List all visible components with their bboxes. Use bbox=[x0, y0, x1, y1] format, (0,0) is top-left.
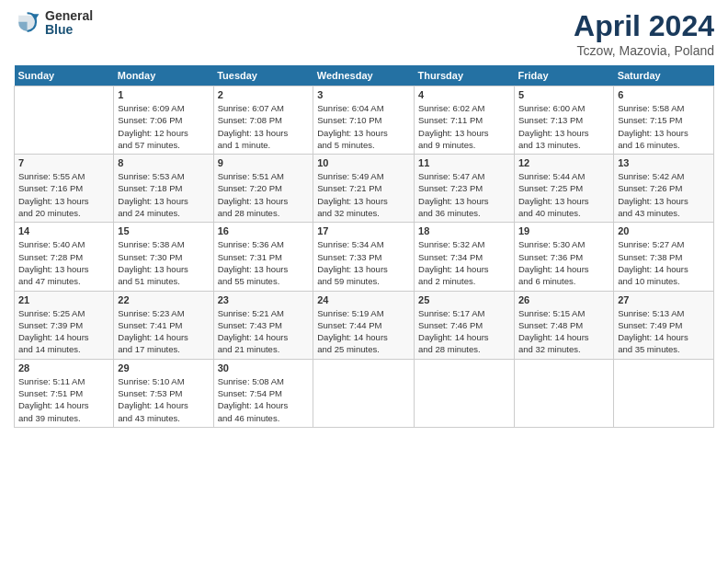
day-info: Sunrise: 5:27 AMSunset: 7:38 PMDaylight:… bbox=[618, 238, 710, 287]
day-number: 2 bbox=[218, 89, 310, 100]
day-number: 29 bbox=[118, 362, 209, 373]
day-info: Sunrise: 5:15 AMSunset: 7:48 PMDaylight:… bbox=[518, 307, 609, 356]
day-info: Sunrise: 5:32 AMSunset: 7:34 PMDaylight:… bbox=[418, 238, 510, 287]
logo-general: General bbox=[45, 9, 93, 23]
day-info: Sunrise: 5:11 AMSunset: 7:51 PMDaylight:… bbox=[18, 375, 109, 424]
calendar-week-row-4: 21Sunrise: 5:25 AMSunset: 7:39 PMDayligh… bbox=[15, 291, 714, 359]
header-monday: Monday bbox=[114, 65, 213, 86]
calendar-table: Sunday Monday Tuesday Wednesday Thursday… bbox=[14, 65, 714, 428]
day-info: Sunrise: 5:40 AMSunset: 7:28 PMDaylight:… bbox=[18, 238, 109, 287]
day-number: 13 bbox=[618, 157, 710, 168]
day-number: 22 bbox=[118, 294, 209, 305]
logo: General Blue bbox=[14, 9, 93, 38]
calendar-cell: 18Sunrise: 5:32 AMSunset: 7:34 PMDayligh… bbox=[415, 223, 515, 291]
day-info: Sunrise: 5:34 AMSunset: 7:33 PMDaylight:… bbox=[317, 238, 410, 287]
day-number: 11 bbox=[418, 157, 510, 168]
calendar-cell: 7Sunrise: 5:55 AMSunset: 7:16 PMDaylight… bbox=[15, 155, 114, 223]
calendar-cell: 8Sunrise: 5:53 AMSunset: 7:18 PMDaylight… bbox=[114, 155, 213, 223]
day-info: Sunrise: 5:13 AMSunset: 7:49 PMDaylight:… bbox=[618, 307, 710, 356]
calendar-week-row-1: 1Sunrise: 6:09 AMSunset: 7:06 PMDaylight… bbox=[15, 86, 714, 155]
day-number: 4 bbox=[418, 89, 510, 100]
day-number: 19 bbox=[518, 225, 609, 236]
day-info: Sunrise: 6:09 AMSunset: 7:06 PMDaylight:… bbox=[118, 102, 209, 151]
calendar-cell: 24Sunrise: 5:19 AMSunset: 7:44 PMDayligh… bbox=[313, 291, 415, 359]
day-info: Sunrise: 5:19 AMSunset: 7:44 PMDaylight:… bbox=[317, 307, 410, 356]
calendar-cell: 11Sunrise: 5:47 AMSunset: 7:23 PMDayligh… bbox=[415, 155, 515, 223]
day-info: Sunrise: 5:08 AMSunset: 7:54 PMDaylight:… bbox=[218, 375, 310, 424]
day-number: 24 bbox=[317, 294, 410, 305]
calendar-cell: 23Sunrise: 5:21 AMSunset: 7:43 PMDayligh… bbox=[213, 291, 313, 359]
day-number: 17 bbox=[317, 225, 410, 236]
calendar-cell: 26Sunrise: 5:15 AMSunset: 7:48 PMDayligh… bbox=[515, 291, 614, 359]
day-number: 7 bbox=[18, 157, 109, 168]
day-number: 18 bbox=[418, 225, 510, 236]
calendar-week-row-3: 14Sunrise: 5:40 AMSunset: 7:28 PMDayligh… bbox=[15, 223, 714, 291]
day-info: Sunrise: 6:04 AMSunset: 7:10 PMDaylight:… bbox=[317, 102, 410, 151]
day-info: Sunrise: 5:21 AMSunset: 7:43 PMDaylight:… bbox=[218, 307, 310, 356]
logo-text: General Blue bbox=[45, 9, 93, 38]
calendar-cell: 6Sunrise: 5:58 AMSunset: 7:15 PMDaylight… bbox=[614, 86, 714, 155]
calendar-header-row: Sunday Monday Tuesday Wednesday Thursday… bbox=[15, 65, 714, 86]
calendar-cell: 1Sunrise: 6:09 AMSunset: 7:06 PMDaylight… bbox=[114, 86, 213, 155]
day-number: 14 bbox=[18, 225, 109, 236]
calendar-week-row-2: 7Sunrise: 5:55 AMSunset: 7:16 PMDaylight… bbox=[15, 155, 714, 223]
day-number: 23 bbox=[218, 294, 310, 305]
day-info: Sunrise: 5:42 AMSunset: 7:26 PMDaylight:… bbox=[618, 170, 710, 219]
day-number: 15 bbox=[118, 225, 209, 236]
day-number: 20 bbox=[618, 225, 710, 236]
calendar-cell: 17Sunrise: 5:34 AMSunset: 7:33 PMDayligh… bbox=[313, 223, 415, 291]
day-info: Sunrise: 5:49 AMSunset: 7:21 PMDaylight:… bbox=[317, 170, 410, 219]
header-saturday: Saturday bbox=[614, 65, 714, 86]
day-info: Sunrise: 5:17 AMSunset: 7:46 PMDaylight:… bbox=[418, 307, 510, 356]
day-info: Sunrise: 5:30 AMSunset: 7:36 PMDaylight:… bbox=[518, 238, 609, 287]
calendar-cell: 20Sunrise: 5:27 AMSunset: 7:38 PMDayligh… bbox=[614, 223, 714, 291]
day-number: 25 bbox=[418, 294, 510, 305]
calendar-cell: 5Sunrise: 6:00 AMSunset: 7:13 PMDaylight… bbox=[515, 86, 614, 155]
calendar-cell: 12Sunrise: 5:44 AMSunset: 7:25 PMDayligh… bbox=[515, 155, 614, 223]
day-number: 12 bbox=[518, 157, 609, 168]
calendar-cell: 19Sunrise: 5:30 AMSunset: 7:36 PMDayligh… bbox=[515, 223, 614, 291]
day-info: Sunrise: 5:53 AMSunset: 7:18 PMDaylight:… bbox=[118, 170, 209, 219]
calendar-week-row-5: 28Sunrise: 5:11 AMSunset: 7:51 PMDayligh… bbox=[15, 359, 714, 427]
page-container: General Blue April 2024 Tczow, Mazovia, … bbox=[0, 0, 728, 437]
calendar-cell: 2Sunrise: 6:07 AMSunset: 7:08 PMDaylight… bbox=[213, 86, 313, 155]
calendar-title: April 2024 bbox=[574, 9, 714, 43]
day-info: Sunrise: 5:10 AMSunset: 7:53 PMDaylight:… bbox=[118, 375, 209, 424]
page-header: General Blue April 2024 Tczow, Mazovia, … bbox=[14, 9, 714, 58]
day-info: Sunrise: 5:36 AMSunset: 7:31 PMDaylight:… bbox=[218, 238, 310, 287]
day-info: Sunrise: 5:58 AMSunset: 7:15 PMDaylight:… bbox=[618, 102, 710, 151]
day-number: 8 bbox=[118, 157, 209, 168]
day-number: 28 bbox=[18, 362, 109, 373]
day-info: Sunrise: 6:02 AMSunset: 7:11 PMDaylight:… bbox=[418, 102, 510, 151]
calendar-cell bbox=[515, 359, 614, 427]
logo-blue: Blue bbox=[45, 23, 93, 37]
calendar-cell: 9Sunrise: 5:51 AMSunset: 7:20 PMDaylight… bbox=[213, 155, 313, 223]
title-block: April 2024 Tczow, Mazovia, Poland bbox=[574, 9, 714, 58]
day-number: 6 bbox=[618, 89, 710, 100]
calendar-cell: 28Sunrise: 5:11 AMSunset: 7:51 PMDayligh… bbox=[15, 359, 114, 427]
day-number: 30 bbox=[218, 362, 310, 373]
day-number: 16 bbox=[218, 225, 310, 236]
day-info: Sunrise: 6:00 AMSunset: 7:13 PMDaylight:… bbox=[518, 102, 609, 151]
logo-icon bbox=[14, 9, 41, 37]
calendar-cell: 27Sunrise: 5:13 AMSunset: 7:49 PMDayligh… bbox=[614, 291, 714, 359]
calendar-cell: 3Sunrise: 6:04 AMSunset: 7:10 PMDaylight… bbox=[313, 86, 415, 155]
header-tuesday: Tuesday bbox=[213, 65, 313, 86]
calendar-cell: 15Sunrise: 5:38 AMSunset: 7:30 PMDayligh… bbox=[114, 223, 213, 291]
calendar-cell: 16Sunrise: 5:36 AMSunset: 7:31 PMDayligh… bbox=[213, 223, 313, 291]
day-info: Sunrise: 5:44 AMSunset: 7:25 PMDaylight:… bbox=[518, 170, 609, 219]
calendar-cell: 10Sunrise: 5:49 AMSunset: 7:21 PMDayligh… bbox=[313, 155, 415, 223]
calendar-cell: 13Sunrise: 5:42 AMSunset: 7:26 PMDayligh… bbox=[614, 155, 714, 223]
calendar-cell bbox=[415, 359, 515, 427]
day-number: 1 bbox=[118, 89, 209, 100]
calendar-cell: 21Sunrise: 5:25 AMSunset: 7:39 PMDayligh… bbox=[15, 291, 114, 359]
day-number: 27 bbox=[618, 294, 710, 305]
calendar-cell: 14Sunrise: 5:40 AMSunset: 7:28 PMDayligh… bbox=[15, 223, 114, 291]
day-info: Sunrise: 5:23 AMSunset: 7:41 PMDaylight:… bbox=[118, 307, 209, 356]
header-friday: Friday bbox=[515, 65, 614, 86]
calendar-cell: 25Sunrise: 5:17 AMSunset: 7:46 PMDayligh… bbox=[415, 291, 515, 359]
header-thursday: Thursday bbox=[415, 65, 515, 86]
calendar-cell bbox=[614, 359, 714, 427]
calendar-cell: 29Sunrise: 5:10 AMSunset: 7:53 PMDayligh… bbox=[114, 359, 213, 427]
day-number: 5 bbox=[518, 89, 609, 100]
